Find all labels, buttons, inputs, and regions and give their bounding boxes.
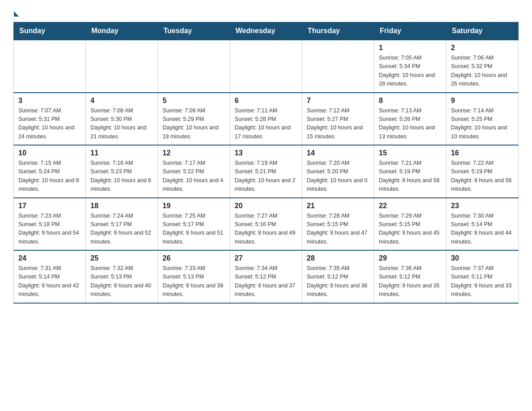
day-number: 6 [235,97,297,105]
week-row-4: 17Sunrise: 7:23 AMSunset: 5:18 PMDayligh… [14,198,519,251]
day-info: Sunrise: 7:32 AMSunset: 5:13 PMDaylight:… [90,264,153,299]
day-number: 24 [18,254,81,262]
day-number: 30 [451,254,514,262]
day-info: Sunrise: 7:14 AMSunset: 5:25 PMDaylight:… [451,107,514,141]
day-info: Sunrise: 7:31 AMSunset: 5:14 PMDaylight:… [18,264,81,299]
day-info: Sunrise: 7:22 AMSunset: 5:19 PMDaylight:… [451,159,514,194]
page-header [13,9,519,17]
header-sunday: Sunday [14,22,86,40]
calendar-cell-w3-d5: 14Sunrise: 7:20 AMSunset: 5:20 PMDayligh… [302,145,374,198]
calendar-cell-w1-d6: 1Sunrise: 7:05 AMSunset: 5:34 PMDaylight… [374,40,446,93]
day-number: 12 [163,149,225,157]
day-number: 23 [451,202,514,210]
calendar-cell-w5-d6: 29Sunrise: 7:36 AMSunset: 5:12 PMDayligh… [374,250,446,303]
day-number: 4 [90,97,153,105]
day-info: Sunrise: 7:34 AMSunset: 5:12 PMDaylight:… [235,264,297,299]
day-info: Sunrise: 7:24 AMSunset: 5:17 PMDaylight:… [90,212,153,247]
calendar-cell-w2-d1: 3Sunrise: 7:07 AMSunset: 5:31 PMDaylight… [14,93,86,146]
day-number: 8 [379,97,442,105]
day-number: 16 [451,149,514,157]
day-number: 21 [307,202,369,210]
day-info: Sunrise: 7:25 AMSunset: 5:17 PMDaylight:… [163,212,225,247]
calendar-cell-w1-d7: 2Sunrise: 7:06 AMSunset: 5:32 PMDaylight… [446,40,519,93]
calendar-cell-w4-d3: 19Sunrise: 7:25 AMSunset: 5:17 PMDayligh… [158,198,230,251]
day-info: Sunrise: 7:16 AMSunset: 5:23 PMDaylight:… [90,159,153,194]
day-number: 27 [235,254,297,262]
calendar-cell-w1-d2 [86,40,158,93]
day-number: 10 [18,149,81,157]
day-info: Sunrise: 7:13 AMSunset: 5:26 PMDaylight:… [379,107,442,141]
day-info: Sunrise: 7:07 AMSunset: 5:31 PMDaylight:… [18,107,81,141]
header-friday: Friday [374,22,446,40]
day-info: Sunrise: 7:20 AMSunset: 5:20 PMDaylight:… [307,159,369,194]
day-number: 11 [90,149,153,157]
header-monday: Monday [86,22,158,40]
day-info: Sunrise: 7:33 AMSunset: 5:13 PMDaylight:… [163,264,225,299]
calendar-cell-w4-d2: 18Sunrise: 7:24 AMSunset: 5:17 PMDayligh… [86,198,158,251]
logo [13,9,19,17]
week-row-3: 10Sunrise: 7:15 AMSunset: 5:24 PMDayligh… [14,145,519,198]
day-number: 9 [451,97,514,105]
day-number: 1 [379,44,442,52]
weekday-header-row: SundayMondayTuesdayWednesdayThursdayFrid… [14,22,519,40]
calendar-cell-w1-d3 [158,40,230,93]
calendar-cell-w4-d4: 20Sunrise: 7:27 AMSunset: 5:16 PMDayligh… [230,198,302,251]
day-info: Sunrise: 7:35 AMSunset: 5:12 PMDaylight:… [307,264,369,299]
calendar-cell-w4-d6: 22Sunrise: 7:29 AMSunset: 5:15 PMDayligh… [374,198,446,251]
calendar-cell-w5-d7: 30Sunrise: 7:37 AMSunset: 5:11 PMDayligh… [446,250,519,303]
day-number: 20 [235,202,297,210]
day-number: 25 [90,254,153,262]
logo-icon [13,11,19,19]
day-info: Sunrise: 7:17 AMSunset: 5:22 PMDaylight:… [163,159,225,194]
week-row-5: 24Sunrise: 7:31 AMSunset: 5:14 PMDayligh… [14,250,519,303]
day-number: 19 [163,202,225,210]
day-info: Sunrise: 7:06 AMSunset: 5:32 PMDaylight:… [451,54,514,89]
calendar-cell-w3-d7: 16Sunrise: 7:22 AMSunset: 5:19 PMDayligh… [446,145,519,198]
week-row-1: 1Sunrise: 7:05 AMSunset: 5:34 PMDaylight… [14,40,519,93]
day-number: 7 [307,97,369,105]
calendar-cell-w2-d5: 7Sunrise: 7:12 AMSunset: 5:27 PMDaylight… [302,93,374,146]
week-row-2: 3Sunrise: 7:07 AMSunset: 5:31 PMDaylight… [14,93,519,146]
logo-chevron-icon [14,11,19,17]
day-number: 26 [163,254,225,262]
calendar-cell-w4-d1: 17Sunrise: 7:23 AMSunset: 5:18 PMDayligh… [14,198,86,251]
day-number: 18 [90,202,153,210]
calendar-cell-w2-d6: 8Sunrise: 7:13 AMSunset: 5:26 PMDaylight… [374,93,446,146]
day-number: 2 [451,44,514,52]
day-number: 17 [18,202,81,210]
day-number: 13 [235,149,297,157]
calendar-cell-w4-d7: 23Sunrise: 7:30 AMSunset: 5:14 PMDayligh… [446,198,519,251]
calendar-cell-w4-d5: 21Sunrise: 7:28 AMSunset: 5:15 PMDayligh… [302,198,374,251]
calendar-cell-w3-d2: 11Sunrise: 7:16 AMSunset: 5:23 PMDayligh… [86,145,158,198]
day-number: 5 [163,97,225,105]
calendar-cell-w1-d4 [230,40,302,93]
day-info: Sunrise: 7:29 AMSunset: 5:15 PMDaylight:… [379,212,442,247]
calendar-cell-w3-d1: 10Sunrise: 7:15 AMSunset: 5:24 PMDayligh… [14,145,86,198]
calendar-cell-w2-d3: 5Sunrise: 7:09 AMSunset: 5:29 PMDaylight… [158,93,230,146]
day-info: Sunrise: 7:28 AMSunset: 5:15 PMDaylight:… [307,212,369,247]
day-info: Sunrise: 7:09 AMSunset: 5:29 PMDaylight:… [163,107,225,141]
calendar-cell-w5-d3: 26Sunrise: 7:33 AMSunset: 5:13 PMDayligh… [158,250,230,303]
calendar-cell-w3-d6: 15Sunrise: 7:21 AMSunset: 5:19 PMDayligh… [374,145,446,198]
header-thursday: Thursday [302,22,374,40]
day-info: Sunrise: 7:12 AMSunset: 5:27 PMDaylight:… [307,107,369,141]
calendar-cell-w2-d4: 6Sunrise: 7:11 AMSunset: 5:28 PMDaylight… [230,93,302,146]
day-info: Sunrise: 7:37 AMSunset: 5:11 PMDaylight:… [451,264,514,299]
day-number: 22 [379,202,442,210]
header-tuesday: Tuesday [158,22,230,40]
calendar-cell-w1-d5 [302,40,374,93]
calendar-table: SundayMondayTuesdayWednesdayThursdayFrid… [13,22,519,304]
day-info: Sunrise: 7:11 AMSunset: 5:28 PMDaylight:… [235,107,297,141]
day-info: Sunrise: 7:30 AMSunset: 5:14 PMDaylight:… [451,212,514,247]
day-number: 3 [18,97,81,105]
day-info: Sunrise: 7:15 AMSunset: 5:24 PMDaylight:… [18,159,81,194]
calendar-cell-w5-d5: 28Sunrise: 7:35 AMSunset: 5:12 PMDayligh… [302,250,374,303]
header-wednesday: Wednesday [230,22,302,40]
day-info: Sunrise: 7:23 AMSunset: 5:18 PMDaylight:… [18,212,81,247]
day-info: Sunrise: 7:19 AMSunset: 5:21 PMDaylight:… [235,159,297,194]
day-info: Sunrise: 7:21 AMSunset: 5:19 PMDaylight:… [379,159,442,194]
calendar-cell-w5-d1: 24Sunrise: 7:31 AMSunset: 5:14 PMDayligh… [14,250,86,303]
day-number: 14 [307,149,369,157]
calendar-cell-w2-d7: 9Sunrise: 7:14 AMSunset: 5:25 PMDaylight… [446,93,519,146]
calendar-cell-w3-d4: 13Sunrise: 7:19 AMSunset: 5:21 PMDayligh… [230,145,302,198]
